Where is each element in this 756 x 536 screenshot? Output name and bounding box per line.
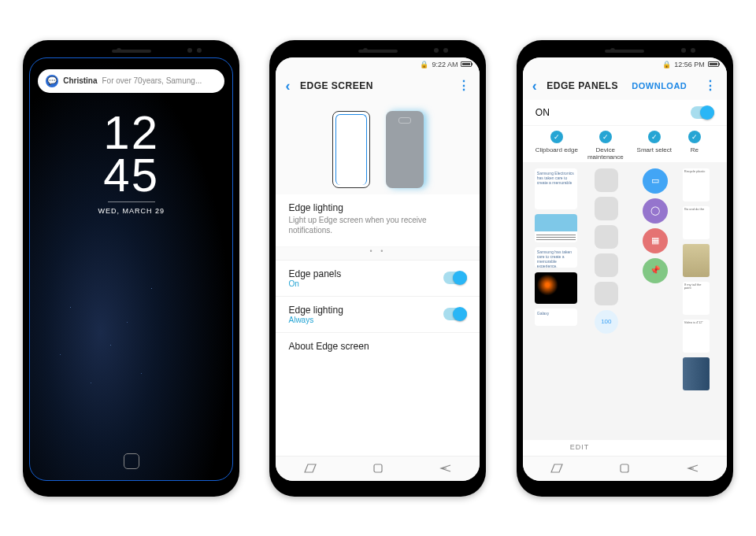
reminder-card: Recycle plastic [683,168,710,201]
nav-bar [276,456,480,481]
card-desc: Light up Edge screen when you receive no… [288,215,467,235]
check-icon[interactable]: ✓ [648,131,661,143]
row-title: Edge panels [288,268,341,279]
battery-icon [708,61,719,67]
home-icon[interactable] [372,462,384,475]
recents-icon[interactable] [550,462,563,475]
page-indicator[interactable]: • • [276,247,480,260]
reminder-panel[interactable]: Recycle plastic Go and do the If my tail… [682,168,710,434]
svg-rect-1 [621,464,628,472]
maint-tile [595,253,618,277]
maint-tile [595,282,618,305]
phone-front-preview[interactable] [332,111,370,188]
panel-headers: ✓ Clipboard edge ✓ Device maintenance ✓ … [523,126,727,162]
panel-header-reminder[interactable]: ✓ Re [679,131,710,161]
row-title: About Edge screen [288,341,369,352]
about-edge-row[interactable]: About Edge screen [276,332,480,360]
reminder-card: If my tail the point [683,282,710,315]
back-icon[interactable]: ‹ [285,79,291,93]
settings-header: ‹ EDGE SCREEN ⋮ [276,72,480,100]
status-time: 12:56 PM [674,61,705,68]
score-circle: 100 [595,310,618,334]
status-bar: 🔒 12:56 PM [523,57,727,72]
header-title: EDGE SCREEN [300,80,373,91]
edge-panels-toggle[interactable] [443,272,467,284]
clip-image [535,272,577,304]
notification-preview: For over 70years, Samung... [102,76,202,85]
reminder-card [683,357,710,390]
gif-select-icon: ▦ [643,228,668,253]
device-panel[interactable]: 100 [584,168,628,434]
maint-tile [595,225,618,249]
clip-image [535,214,577,242]
back-nav-icon[interactable] [687,462,699,475]
edge-panels-settings: 🔒 12:56 PM ‹ EDGE PANELS DOWNLOAD ⋮ ON ✓… [523,57,727,481]
phone-mock-1: 💬 Christina For over 70years, Samung... … [23,40,239,497]
clock-hours: 12 [30,112,232,154]
edge-screen-settings: 🔒 9:22 AM ‹ EDGE SCREEN ⋮ Edge lighting … [276,57,480,481]
settings-header: ‹ EDGE PANELS DOWNLOAD ⋮ [523,72,727,100]
row-sub: On [288,279,341,288]
oval-select-icon: ◯ [643,198,668,224]
phone-mock-3: 🔒 12:56 PM ‹ EDGE PANELS DOWNLOAD ⋮ ON ✓… [517,40,733,497]
reminder-card: Go and do the [683,206,710,239]
home-icon[interactable] [618,462,631,475]
back-icon[interactable]: ‹ [532,79,538,93]
lock-icon: 🔒 [420,61,428,68]
status-bar: 🔒 9:22 AM [276,57,480,72]
battery-icon [461,61,472,67]
check-icon[interactable]: ✓ [550,131,563,143]
notification-pill[interactable]: 💬 Christina For over 70years, Samung... [38,69,224,93]
edit-link[interactable]: EDIT [523,440,727,456]
phone-back-preview[interactable] [386,111,424,188]
notification-sender: Christina [63,76,97,85]
panel-header-smartselect[interactable]: ✓ Smart select [630,131,679,161]
nav-bar [523,456,727,481]
lock-screen: 💬 Christina For over 70years, Samung... … [29,57,233,481]
edge-preview [276,100,480,194]
rect-select-icon: ▭ [643,168,668,194]
check-icon[interactable]: ✓ [688,131,701,143]
header-title: EDGE PANELS [547,80,618,91]
clip-text: Samsung Electronics has taken care to cr… [535,168,577,209]
phone-mock-2: 🔒 9:22 AM ‹ EDGE SCREEN ⋮ Edge lighting … [269,40,486,497]
lock-date: WED, MARCH 29 [30,207,232,215]
reminder-card: Video is 4'12" [683,320,710,353]
master-toggle[interactable] [691,106,714,119]
preview-description: Edge lighting Light up Edge screen when … [276,194,480,247]
row-sub: Always [288,316,343,324]
pin-select-icon: 📌 [643,258,668,283]
maint-tile [595,197,618,220]
smartselect-panel[interactable]: ▭ ◯ ▦ 📌 [633,168,677,434]
lock-clock: 12 45 WED, MARCH 29 [30,112,232,215]
clipboard-panel[interactable]: Samsung Electronics has taken care to cr… [532,168,580,434]
clip-text: Samsung has taken care to create a memor… [535,247,577,268]
back-nav-icon[interactable] [439,462,452,475]
overflow-menu-icon[interactable]: ⋮ [458,78,471,93]
row-title: Edge lighting [288,305,343,316]
edge-lighting-toggle[interactable] [443,308,467,320]
edge-panels-row[interactable]: Edge panels On [276,260,480,296]
panel-header-device[interactable]: ✓ Device maintenance [581,131,630,161]
recents-icon[interactable] [304,462,317,475]
clock-minutes: 45 [30,154,232,197]
download-link[interactable]: DOWNLOAD [632,81,687,91]
card-title: Edge lighting [288,202,467,213]
status-time: 9:22 AM [432,61,458,68]
message-icon: 💬 [46,75,58,87]
reminder-card [683,244,710,277]
panel-header-clipboard[interactable]: ✓ Clipboard edge [532,131,581,161]
master-on-row: ON [523,100,727,126]
check-icon[interactable]: ✓ [599,131,612,143]
panel-previews[interactable]: Samsung Electronics has taken care to cr… [523,162,727,440]
home-indicator[interactable] [124,453,139,469]
maint-tile [595,168,618,192]
overflow-menu-icon[interactable]: ⋮ [704,78,717,93]
on-label: ON [536,107,550,118]
edge-lighting-row[interactable]: Edge lighting Always [276,296,480,332]
wallpaper-stars [30,269,232,459]
clip-text: Galaxy [535,309,577,326]
svg-rect-0 [374,464,382,472]
lock-icon: 🔒 [662,61,671,68]
